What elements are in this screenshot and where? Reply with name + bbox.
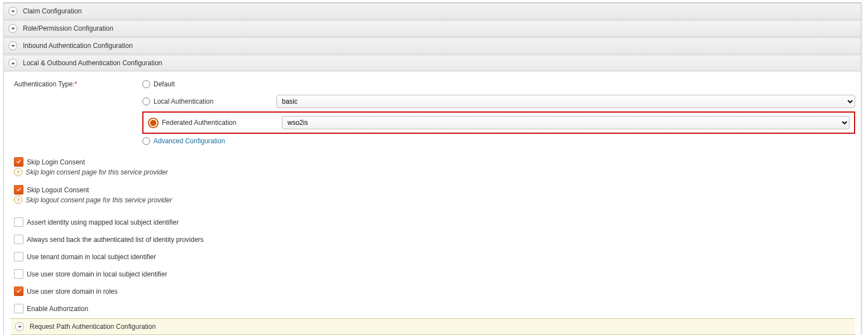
section-local-outbound-auth[interactable]: Local & Outbound Authentication Configur…: [4, 55, 861, 71]
checkbox-label: Use tenant domain in local subject ident…: [27, 253, 156, 261]
checkbox-checked-icon[interactable]: [14, 287, 23, 296]
checkbox-label: Use user store domain in local subject i…: [27, 270, 167, 278]
chevron-down-icon: [8, 24, 17, 33]
chevron-up-icon: [8, 59, 17, 67]
help-icon[interactable]: ?: [14, 196, 22, 204]
help-icon[interactable]: ?: [14, 168, 22, 176]
checkbox-label: Skip Logout Consent: [27, 186, 89, 194]
federated-highlight-box: Federated Authentication wso2is: [142, 111, 855, 134]
radio-federated-checked-icon[interactable]: [148, 118, 159, 128]
section-title: Claim Configuration: [23, 7, 81, 15]
auth-option-advanced[interactable]: Advanced Configuration: [142, 137, 276, 145]
use-userstore-subject-row[interactable]: Use user store domain in local subject i…: [14, 269, 855, 279]
hint-text: Skip logout consent page for this servic…: [26, 196, 172, 204]
checkbox-checked-icon[interactable]: [14, 157, 23, 167]
section-title: Request Path Authentication Configuratio…: [30, 323, 156, 331]
chevron-down-icon: [15, 322, 24, 331]
config-panel: Claim Configuration Role/Permission Conf…: [3, 2, 861, 335]
hint-text: Skip login consent page for this service…: [26, 168, 168, 176]
chevron-down-icon: [8, 7, 17, 16]
radio-label: Default: [154, 80, 175, 88]
section-title: Local & Outbound Authentication Configur…: [23, 59, 162, 67]
checkbox-label: Assert identity using mapped local subje…: [27, 219, 179, 226]
checkbox-label: Always send back the authenticated list …: [27, 236, 204, 244]
checkbox-icon[interactable]: [14, 235, 23, 244]
auth-option-default[interactable]: Default: [142, 80, 276, 88]
checkbox-icon[interactable]: [14, 304, 23, 313]
checkbox-icon[interactable]: [14, 252, 23, 261]
federated-auth-select[interactable]: wso2is: [282, 116, 850, 129]
section-title: Role/Permission Configuration: [23, 25, 113, 32]
auth-type-label: Authentication Type:: [14, 80, 75, 88]
auth-option-local[interactable]: Local Authentication: [142, 98, 276, 105]
section-role-permission[interactable]: Role/Permission Configuration: [4, 20, 861, 37]
chevron-down-icon: [8, 41, 17, 50]
advanced-config-link[interactable]: Advanced Configuration: [154, 137, 225, 145]
radio-advanced[interactable]: [142, 137, 150, 145]
checkbox-label: Enable Authorization: [27, 305, 88, 313]
checkbox-label: Skip Login Consent: [27, 158, 85, 166]
local-outbound-content: Authentication Type:* Default Local Auth…: [4, 71, 861, 335]
required-asterisk: *: [75, 80, 78, 88]
skip-login-consent-row[interactable]: Skip Login Consent: [14, 157, 855, 167]
skip-logout-consent-row[interactable]: Skip Logout Consent: [14, 185, 855, 195]
checkbox-icon[interactable]: [14, 217, 23, 227]
auth-option-federated[interactable]: Federated Authentication: [148, 118, 282, 128]
checkbox-icon[interactable]: [14, 269, 23, 279]
use-userstore-roles-row[interactable]: Use user store domain in roles: [14, 287, 855, 296]
local-auth-select[interactable]: basic: [276, 95, 855, 108]
section-request-path-auth[interactable]: Request Path Authentication Configuratio…: [11, 318, 855, 335]
radio-default[interactable]: [142, 80, 150, 88]
radio-local[interactable]: [142, 98, 150, 105]
radio-label: Local Authentication: [154, 98, 213, 105]
section-title: Inbound Authentication Configuration: [23, 42, 133, 50]
section-inbound-auth[interactable]: Inbound Authentication Configuration: [4, 37, 861, 54]
radio-label: Federated Authentication: [162, 119, 236, 127]
section-claim-config[interactable]: Claim Configuration: [4, 3, 861, 20]
enable-authorization-row[interactable]: Enable Authorization: [14, 304, 855, 313]
checkbox-checked-icon[interactable]: [14, 185, 23, 195]
always-send-row[interactable]: Always send back the authenticated list …: [14, 235, 855, 244]
assert-identity-row[interactable]: Assert identity using mapped local subje…: [14, 217, 855, 227]
use-tenant-row[interactable]: Use tenant domain in local subject ident…: [14, 252, 855, 261]
checkbox-label: Use user store domain in roles: [27, 288, 118, 295]
